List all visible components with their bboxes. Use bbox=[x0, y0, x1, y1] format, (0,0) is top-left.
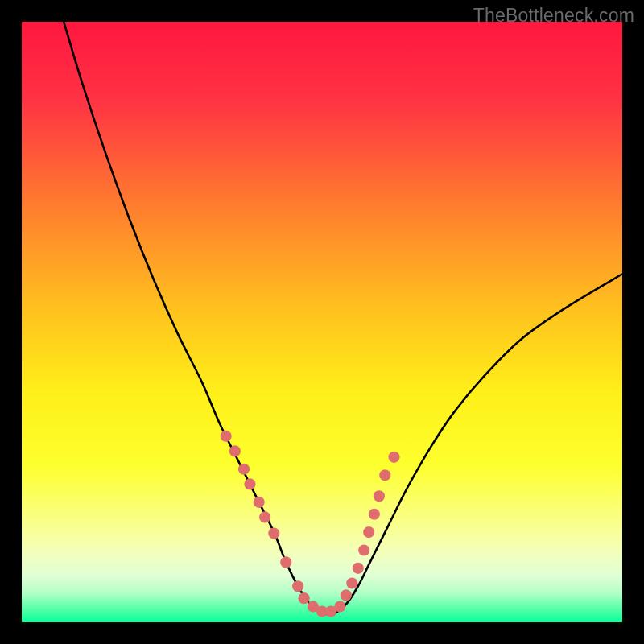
sample-dot bbox=[292, 580, 303, 592]
outer-frame: TheBottleneck.com bbox=[0, 0, 644, 644]
sample-dot bbox=[268, 528, 279, 539]
bottleneck-curve bbox=[64, 22, 622, 614]
sample-dot bbox=[346, 577, 357, 588]
plot-area bbox=[22, 22, 622, 622]
sample-dot bbox=[341, 589, 352, 601]
sample-dot bbox=[229, 445, 241, 456]
sample-dot bbox=[388, 452, 399, 463]
sample-dot bbox=[379, 469, 390, 481]
sample-dot bbox=[299, 592, 310, 604]
sample-dot bbox=[254, 497, 265, 508]
sample-dot bbox=[363, 526, 374, 538]
chart-svg bbox=[22, 22, 622, 622]
sample-dots bbox=[221, 431, 400, 617]
sample-dot bbox=[369, 509, 380, 520]
sample-dot bbox=[374, 490, 385, 502]
sample-dot bbox=[334, 601, 345, 613]
sample-dot bbox=[353, 563, 364, 574]
sample-dot bbox=[244, 478, 255, 489]
sample-dot bbox=[221, 431, 232, 442]
watermark-text: TheBottleneck.com bbox=[473, 5, 634, 27]
sample-dot bbox=[358, 544, 369, 555]
sample-dot bbox=[238, 464, 250, 475]
sample-dot bbox=[259, 511, 270, 522]
sample-dot bbox=[280, 556, 291, 568]
